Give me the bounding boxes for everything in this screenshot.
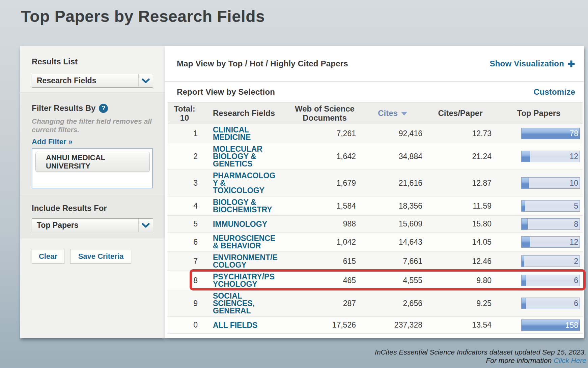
- top-papers-bar: 158: [521, 319, 580, 331]
- chevron-down-icon[interactable]: [138, 74, 153, 87]
- chevron-down-icon[interactable]: [138, 219, 153, 232]
- rank-cell: 6: [168, 238, 201, 247]
- click-here-link[interactable]: Click Here: [554, 357, 586, 364]
- filter-item-anhui-medical-university[interactable]: ANHUI MEDICALUNIVERSITY: [35, 152, 150, 172]
- cites-cell: 14,643: [359, 238, 426, 247]
- save-criteria-button[interactable]: Save Criteria: [70, 249, 131, 264]
- wos-documents-cell: 465: [290, 276, 359, 285]
- cites-cell: 92,416: [359, 129, 426, 138]
- top-papers-value: 158: [565, 320, 578, 330]
- field-link[interactable]: SOCIALSCIENCES,GENERAL: [201, 290, 290, 316]
- table-row: 9SOCIALSCIENCES,GENERAL2872,6569.256: [168, 290, 583, 317]
- top-papers-value: 2: [574, 257, 578, 266]
- table-body: 1CLINICALMEDICINE7,26192,41612.73782MOLE…: [168, 124, 583, 334]
- results-list-select[interactable]: Research Fields: [32, 74, 153, 88]
- field-link[interactable]: CLINICALMEDICINE: [201, 124, 290, 143]
- top-papers-bar: 10: [521, 177, 580, 189]
- footer-line2-text: For more information: [486, 357, 554, 364]
- sidebar-actions-section: Clear Save Criteria: [20, 238, 165, 338]
- field-link[interactable]: ALL FIELDS: [201, 319, 290, 331]
- column-header-research-fields[interactable]: Research Fields: [201, 109, 290, 118]
- column-header-wos-documents[interactable]: Web of ScienceDocuments: [290, 104, 359, 122]
- field-link[interactable]: PHARMACOLOGY &TOXICOLOGY: [201, 170, 290, 196]
- top-papers-value: 6: [574, 299, 578, 308]
- cites-cell: 15,609: [359, 219, 426, 228]
- top-papers-cell: 8: [495, 218, 583, 230]
- field-link[interactable]: PSYCHIATRY/PSYCHOLOGY: [201, 271, 290, 290]
- field-link[interactable]: ENVIRONMENT/ECOLOGY: [201, 252, 290, 271]
- top-papers-cell: 5: [495, 200, 583, 212]
- top-papers-bar-fill: [522, 219, 528, 229]
- top-papers-bar-fill: [522, 178, 529, 188]
- rank-cell: 5: [168, 219, 201, 228]
- rank-cell: 2: [168, 152, 201, 161]
- table-row: 7ENVIRONMENT/ECOLOGY6157,66112.462: [168, 252, 583, 271]
- results-list-label: Results List: [32, 46, 153, 66]
- footer-note: InCites Essential Science Indicators dat…: [375, 348, 586, 365]
- rank-cell: 8: [168, 276, 201, 285]
- rank-cell: 9: [168, 299, 201, 308]
- column-header-total: Total: 10: [168, 104, 201, 122]
- table-row: 2MOLECULARBIOLOGY &GENETICS1,64234,88421…: [168, 143, 583, 170]
- filter-label-text: Filter Results By: [32, 103, 95, 113]
- include-results-select[interactable]: Top Papers: [32, 218, 153, 232]
- wos-documents-cell: 1,584: [290, 202, 359, 211]
- top-papers-value: 5: [574, 202, 578, 211]
- help-icon[interactable]: ?: [99, 104, 108, 113]
- results-list-selected-value: Research Fields: [37, 76, 96, 85]
- footer-line1: InCites Essential Science Indicators dat…: [375, 348, 586, 356]
- show-visualization-label: Show Visualization: [489, 59, 564, 68]
- wos-documents-cell: 1,642: [290, 152, 359, 161]
- top-papers-value: 10: [569, 179, 578, 188]
- wos-documents-cell: 17,526: [290, 320, 359, 330]
- table-row: 6NEUROSCIENCE& BEHAVIOR1,04214,64314.051…: [168, 233, 583, 252]
- column-header-cites-per-paper[interactable]: Cites/Paper: [426, 109, 495, 118]
- cites-cell: 4,555: [359, 276, 426, 285]
- sort-desc-icon: [401, 112, 407, 116]
- sidebar: Results List Research Fields Filter Resu…: [20, 46, 165, 338]
- top-papers-bar-fill: [522, 298, 526, 309]
- cites-per-paper-cell: 21.24: [426, 152, 495, 161]
- cites-label: Cites: [378, 109, 398, 118]
- field-link[interactable]: NEUROSCIENCE& BEHAVIOR: [201, 233, 290, 251]
- top-papers-bar: 5: [521, 200, 580, 212]
- customize-link[interactable]: Customize: [534, 87, 575, 97]
- top-papers-bar: 6: [521, 298, 580, 309]
- cites-per-paper-cell: 12.73: [426, 129, 495, 138]
- wos-documents-cell: 1,042: [290, 238, 359, 247]
- column-header-cites[interactable]: Cites: [359, 109, 426, 118]
- cites-cell: 7,661: [359, 257, 426, 266]
- total-label: Total:: [168, 104, 201, 113]
- report-view-bar: Report View by Selection Customize: [165, 82, 584, 102]
- top-papers-value: 78: [569, 129, 578, 138]
- top-papers-bar-fill: [522, 201, 525, 211]
- table-row: 3PHARMACOLOGY &TOXICOLOGY1,67921,61612.8…: [168, 170, 583, 196]
- table-row: 8PSYCHIATRY/PSYCHOLOGY4654,5559.806: [168, 271, 583, 290]
- field-link[interactable]: MOLECULARBIOLOGY &GENETICS: [201, 143, 290, 170]
- table-row: 4BIOLOGY &BIOCHEMISTRY1,58418,35611.595: [168, 196, 583, 216]
- filter-listbox[interactable]: ANHUI MEDICALUNIVERSITY: [32, 148, 153, 188]
- top-papers-bar-fill: [522, 275, 526, 286]
- include-results-selected-value: Top Papers: [37, 221, 79, 230]
- cites-cell: 237,328: [359, 320, 426, 330]
- top-papers-value: 8: [574, 219, 578, 228]
- rank-cell: 3: [168, 179, 201, 188]
- table-row: 0ALL FIELDS17,526237,32813.54158: [168, 317, 583, 334]
- top-papers-bar: 2: [521, 255, 580, 267]
- cites-cell: 2,656: [359, 299, 426, 308]
- map-view-bar: Map View by Top / Hot / Highly Cited Pap…: [165, 46, 584, 82]
- add-filter-link[interactable]: Add Filter »: [32, 137, 73, 146]
- cites-per-paper-cell: 11.59: [426, 202, 495, 211]
- cites-per-paper-cell: 12.46: [426, 257, 495, 266]
- cites-per-paper-cell: 9.80: [426, 276, 495, 285]
- top-papers-bar: 6: [521, 275, 580, 286]
- show-visualization-link[interactable]: Show Visualization: [489, 59, 575, 68]
- top-papers-cell: 78: [495, 128, 583, 139]
- column-header-top-papers[interactable]: Top Papers: [495, 109, 583, 118]
- clear-button[interactable]: Clear: [32, 249, 64, 264]
- wos-documents-cell: 7,261: [290, 129, 359, 138]
- top-papers-cell: 158: [495, 319, 583, 331]
- top-papers-bar: 12: [521, 151, 580, 162]
- field-link[interactable]: IMMUNOLOGY: [201, 218, 290, 230]
- field-link[interactable]: BIOLOGY &BIOCHEMISTRY: [201, 196, 290, 215]
